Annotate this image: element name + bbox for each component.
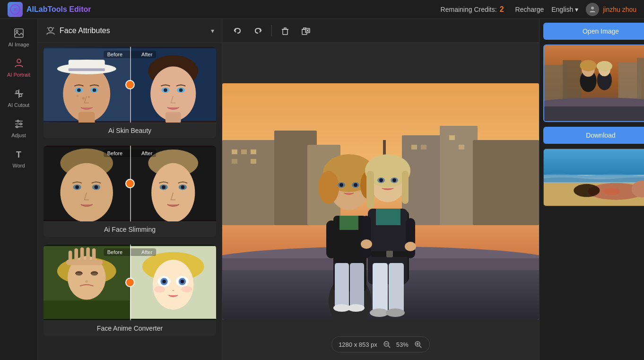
svg-rect-33 (165, 112, 181, 123)
svg-rect-90 (251, 159, 256, 164)
tool-card-skin-beauty[interactable]: Before After Ai Skin Beauty (44, 47, 216, 138)
sidebar-item-label: AI Cutout (8, 102, 30, 108)
sidebar-item-label: Word (12, 163, 25, 168)
svg-rect-61 (80, 247, 84, 261)
toolbar (222, 19, 539, 43)
ai-portrait-icon (12, 57, 26, 70)
delete-button[interactable] (278, 23, 293, 38)
recharge-button[interactable]: Recharge (515, 6, 544, 13)
svg-rect-146 (637, 58, 644, 102)
svg-point-132 (361, 239, 372, 249)
svg-rect-148 (544, 106, 644, 120)
logo: AILabTools Editor (8, 2, 91, 17)
anime-converter-preview: Before After (44, 245, 216, 320)
svg-point-73 (180, 280, 184, 283)
svg-point-13 (16, 126, 18, 128)
svg-point-58 (85, 280, 88, 283)
language-selector[interactable]: English ▾ (551, 6, 578, 13)
delete-all-button[interactable] (298, 23, 313, 38)
tool-card-face-slimming[interactable]: Before After Ai Face Slimming (44, 146, 216, 237)
logo-icon (8, 2, 23, 17)
svg-rect-92 (421, 145, 426, 149)
zoom-in-button[interactable] (413, 340, 423, 349)
language-label: English (551, 6, 573, 13)
svg-point-151 (580, 60, 596, 71)
right-panel: Open Image (539, 19, 644, 360)
redo-button[interactable] (251, 23, 266, 38)
svg-point-159 (574, 184, 600, 197)
canvas-wrapper[interactable]: 1280 x 853 px 53% (222, 43, 539, 360)
svg-point-5 (17, 59, 21, 63)
svg-point-15 (49, 27, 52, 31)
skin-beauty-preview: Before After (44, 47, 216, 123)
preview-card-2[interactable] (543, 149, 644, 206)
undo-button[interactable] (230, 23, 245, 38)
before-label: Before (107, 52, 122, 57)
svg-point-36 (164, 88, 167, 92)
preview-card-selected[interactable] (543, 44, 644, 122)
svg-point-56 (75, 271, 82, 276)
svg-point-11 (17, 120, 19, 122)
svg-point-37 (179, 88, 183, 92)
sidebar-item-ai-portrait[interactable]: AI Portrait (2, 53, 36, 81)
panel-header[interactable]: Face Attributes ▾ (38, 19, 222, 43)
preview-thumbnail (544, 45, 644, 121)
tool-panel: Face Attributes ▾ (38, 19, 222, 360)
username: jinzhu zhou (603, 6, 636, 13)
svg-point-129 (392, 178, 396, 182)
svg-rect-102 (350, 263, 364, 310)
divider-handle[interactable] (125, 278, 135, 287)
svg-rect-118 (373, 263, 388, 315)
download-button[interactable]: Download (543, 127, 644, 144)
toolbar-divider (271, 25, 272, 36)
svg-point-47 (151, 163, 195, 221)
open-image-button[interactable]: Open Image (543, 23, 644, 40)
svg-rect-130 (362, 216, 371, 258)
main-canvas (222, 83, 539, 320)
svg-rect-63 (92, 248, 96, 261)
after-label: After (141, 249, 152, 255)
svg-rect-76 (283, 29, 287, 35)
sidebar-item-word[interactable]: T Word (2, 144, 36, 172)
credits-area: Remaining Credits: 2 (441, 5, 504, 14)
svg-point-25 (77, 88, 81, 92)
tool-card-anime-converter[interactable]: Before After Face Anime Converter (44, 245, 216, 336)
svg-rect-136 (376, 209, 400, 225)
zoom-out-button[interactable] (382, 340, 392, 349)
svg-text:T: T (16, 150, 21, 159)
sidebar-item-label: AI Portrait (7, 72, 30, 78)
left-sidebar: AI Image AI Portrait AI Cutout (0, 19, 38, 360)
svg-rect-60 (74, 248, 78, 261)
preview-image-2 (544, 149, 644, 206)
sidebar-item-ai-cutout[interactable]: AI Cutout (2, 83, 36, 112)
svg-rect-101 (335, 263, 349, 310)
after-label: After (141, 150, 152, 156)
header: AILabTools Editor Remaining Credits: 2 R… (0, 0, 644, 19)
svg-rect-124 (366, 171, 374, 209)
svg-rect-91 (411, 145, 417, 149)
sidebar-item-adjust[interactable]: Adjust (2, 114, 36, 142)
sidebar-item-label: AI Image (8, 42, 29, 47)
header-right: Recharge English ▾ jinzhu zhou (515, 3, 636, 16)
canvas-area: 1280 x 853 px 53% (222, 19, 539, 360)
svg-rect-6 (16, 91, 18, 93)
credits-value: 2 (500, 5, 504, 14)
svg-point-67 (153, 260, 193, 310)
svg-rect-64 (66, 260, 103, 265)
divider-handle[interactable] (125, 80, 135, 89)
svg-point-160 (603, 188, 620, 195)
panel-title: Face Attributes (60, 26, 207, 35)
svg-rect-113 (326, 220, 337, 258)
svg-point-51 (181, 185, 184, 189)
user-area[interactable]: jinzhu zhou (586, 3, 636, 16)
face-slimming-preview: Before After (44, 146, 216, 221)
svg-point-4 (16, 30, 18, 32)
ai-cutout-icon (12, 87, 26, 100)
preview-image-selected (544, 45, 644, 121)
svg-point-29 (77, 95, 79, 97)
divider-handle[interactable] (125, 179, 135, 188)
ai-image-icon (12, 26, 26, 40)
svg-rect-53 (44, 300, 130, 318)
svg-rect-119 (389, 263, 404, 315)
sidebar-item-ai-image[interactable]: AI Image (2, 23, 36, 51)
